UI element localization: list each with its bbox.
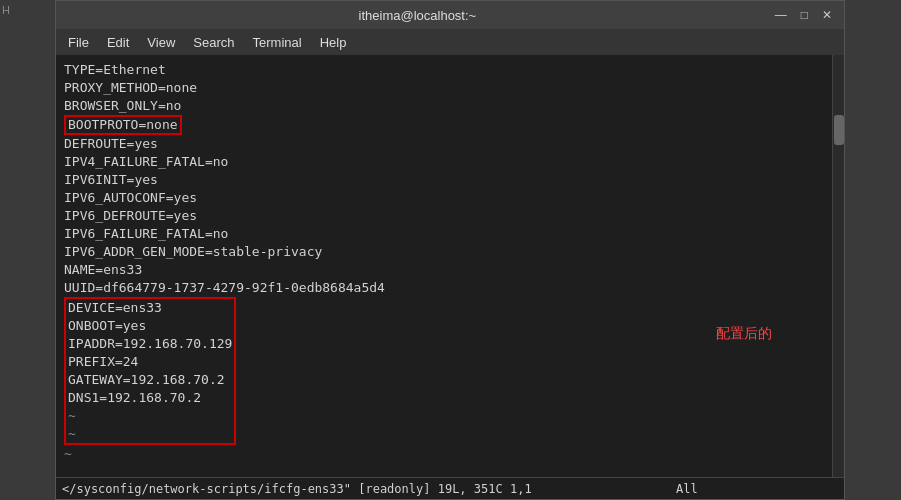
terminal-content: TYPE=Ethernet PROXY_METHOD=none BROWSER_… — [56, 55, 844, 477]
menu-help[interactable]: Help — [312, 32, 355, 53]
terminal-line: DNS1=192.168.70.2 — [68, 389, 232, 407]
terminal-line: BROWSER_ONLY=no — [64, 97, 824, 115]
menu-file[interactable]: File — [60, 32, 97, 53]
close-button[interactable]: ✕ — [818, 6, 836, 24]
terminal-line-tilde: ~ — [68, 425, 232, 443]
title-bar: itheima@localhost:~ — □ ✕ — [56, 1, 844, 29]
text-area: TYPE=Ethernet PROXY_METHOD=none BROWSER_… — [56, 55, 832, 477]
terminal-line-bootproto: BOOTPROTO=none — [64, 115, 824, 135]
config-block-highlight: DEVICE=ens33 ONBOOT=yes IPADDR=192.168.7… — [64, 297, 236, 445]
terminal-line: DEFROUTE=yes — [64, 135, 824, 153]
terminal-line-tilde: ~ — [64, 445, 824, 463]
scrollbar-thumb[interactable] — [834, 115, 844, 145]
scrollbar[interactable] — [832, 55, 844, 477]
menu-search[interactable]: Search — [185, 32, 242, 53]
terminal-line: PREFIX=24 — [68, 353, 232, 371]
annotation-text: 配置后的 — [716, 325, 772, 343]
menu-terminal[interactable]: Terminal — [245, 32, 310, 53]
terminal-line: IPV6_DEFROUTE=yes — [64, 207, 824, 225]
terminal-line: ONBOOT=yes — [68, 317, 232, 335]
terminal-line: NAME=ens33 — [64, 261, 824, 279]
terminal-line: IPV6_ADDR_GEN_MODE=stable-privacy — [64, 243, 824, 261]
terminal-line: IPV6_AUTOCONF=yes — [64, 189, 824, 207]
left-panel: H — [0, 0, 55, 500]
window-controls: — □ ✕ — [771, 6, 836, 24]
status-text: </sysconfig/network-scripts/ifcfg-ens33"… — [62, 482, 698, 496]
terminal-line: IPADDR=192.168.70.129 — [68, 335, 232, 353]
terminal-line: DEVICE=ens33 — [68, 299, 232, 317]
terminal-line: IPV4_FAILURE_FATAL=no — [64, 153, 824, 171]
left-item: H — [0, 0, 55, 20]
menu-bar: File Edit View Search Terminal Help — [56, 29, 844, 55]
minimize-button[interactable]: — — [771, 6, 791, 24]
terminal-line: IPV6_FAILURE_FATAL=no — [64, 225, 824, 243]
terminal-line: IPV6INIT=yes — [64, 171, 824, 189]
terminal-line: TYPE=Ethernet — [64, 61, 824, 79]
menu-view[interactable]: View — [139, 32, 183, 53]
window-title: itheima@localhost:~ — [64, 8, 771, 23]
terminal-line: UUID=df664779-1737-4279-92f1-0edb8684a5d… — [64, 279, 824, 297]
terminal-line: GATEWAY=192.168.70.2 — [68, 371, 232, 389]
terminal-line-tilde: ~ — [68, 407, 232, 425]
status-bar: </sysconfig/network-scripts/ifcfg-ens33"… — [56, 477, 844, 499]
maximize-button[interactable]: □ — [797, 6, 812, 24]
terminal-window: itheima@localhost:~ — □ ✕ File Edit View… — [55, 0, 845, 500]
terminal-line: PROXY_METHOD=none — [64, 79, 824, 97]
menu-edit[interactable]: Edit — [99, 32, 137, 53]
